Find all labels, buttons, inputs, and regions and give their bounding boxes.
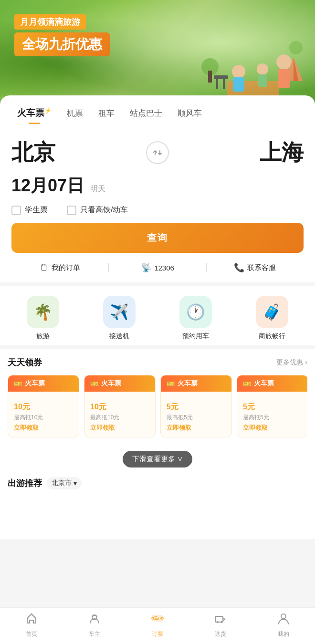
quick-link-12306[interactable]: 📡 12306 <box>109 262 206 273</box>
checkbox-box-highspeed[interactable] <box>67 206 76 215</box>
svg-point-19 <box>161 617 163 619</box>
nav-home[interactable]: 首页 <box>0 612 63 638</box>
coupon-body-1: 10元 最高抵10元 立即领取 <box>8 392 79 437</box>
coupon-amount-2: 10元 <box>90 396 149 412</box>
delivery-icon <box>214 612 227 628</box>
coupon-icon-3: 🎫 <box>167 380 175 387</box>
svg-point-22 <box>220 621 222 623</box>
coupon-claim-1[interactable]: 立即领取 <box>14 424 73 432</box>
coupon-claim-2[interactable]: 立即领取 <box>90 424 149 432</box>
scroll-hint-button[interactable]: 下滑查看更多 ∨ <box>123 451 192 467</box>
checkbox-box-student[interactable] <box>11 206 21 215</box>
coupon-claim-4[interactable]: 立即领取 <box>243 424 302 432</box>
travel-icon: 🌴 <box>33 303 52 321</box>
service-business[interactable]: 🧳 商旅畅行 <box>234 296 310 341</box>
coupon-header-3: 🎫 火车票 <box>161 375 231 392</box>
coupon-body-4: 5元 最高抵5元 立即领取 <box>237 392 307 437</box>
coupon-section: 天天领券 更多优惠 › 🎫 火车票 10元 最高抵10元 立即领取 <box>0 349 315 445</box>
tab-bus[interactable]: 站点巴士 <box>122 105 170 122</box>
bottom-nav: 首页 车主 订票 <box>0 607 315 644</box>
svg-rect-10 <box>223 79 225 89</box>
hero-banner: 月月领滴滴旅游 全场九折优惠 <box>0 0 315 105</box>
car-icon-wrap: 🕐 <box>179 296 212 328</box>
nav-delivery-label: 送货 <box>215 630 226 638</box>
main-card: 火车票⚡ 机票 租车 站点巴士 顺风车 北京 上海 12月07日 明天 学生票 … <box>0 95 315 539</box>
svg-point-6 <box>276 54 292 70</box>
business-icon: 🧳 <box>262 303 282 321</box>
coupon-amount-4: 5元 <box>243 396 302 412</box>
date-sub: 明天 <box>90 185 105 193</box>
business-label: 商旅畅行 <box>259 332 285 341</box>
tab-bar: 火车票⚡ 机票 租车 站点巴士 顺风车 <box>0 95 315 128</box>
quick-link-support[interactable]: 📞 联系客服 <box>207 262 304 273</box>
tab-lightning-icon: ⚡ <box>44 107 52 114</box>
hero-top-text: 月月领滴滴旅游 <box>14 14 86 30</box>
nav-driver-label: 车主 <box>89 630 100 638</box>
coupon-icon-4: 🎫 <box>243 380 251 387</box>
svg-rect-14 <box>208 71 212 83</box>
tickets-icon <box>151 612 164 628</box>
recommend-section: 出游推荐 北京市 ▾ <box>0 469 315 489</box>
airport-label: 接送机 <box>109 332 129 341</box>
nav-delivery[interactable]: 送货 <box>189 612 252 638</box>
coupon-card-4[interactable]: 🎫 火车票 5元 最高抵5元 立即领取 <box>237 375 307 437</box>
tab-carpool[interactable]: 顺风车 <box>170 105 210 122</box>
route-section: 北京 上海 <box>0 128 315 172</box>
recommend-title: 出游推荐 <box>8 478 42 489</box>
coupon-icon-2: 🎫 <box>90 380 98 387</box>
date-main[interactable]: 12月07日 <box>11 176 84 195</box>
coupon-type-4: 火车票 <box>254 379 274 388</box>
home-icon <box>25 612 38 628</box>
coupon-body-2: 10元 最高抵10元 立即领取 <box>84 392 155 437</box>
car-label: 预约用车 <box>182 332 209 341</box>
quick-links: 🗒 我的订单 📡 12306 📞 联系客服 <box>0 262 315 286</box>
student-ticket-checkbox[interactable]: 学生票 <box>11 205 48 215</box>
coupon-claim-3[interactable]: 立即领取 <box>167 424 226 432</box>
coupon-more-link[interactable]: 更多优惠 › <box>276 358 307 367</box>
svg-point-2 <box>232 65 245 78</box>
recommend-header: 出游推荐 北京市 ▾ <box>8 477 307 489</box>
airport-icon: ✈️ <box>110 303 129 321</box>
hero-text-block: 月月领滴滴旅游 全场九折优惠 <box>14 14 110 56</box>
coupon-header-4: 🎫 火车票 <box>237 375 307 392</box>
radio-icon: 📡 <box>141 262 151 273</box>
service-travel[interactable]: 🌴 旅游 <box>5 296 81 341</box>
svg-point-23 <box>281 614 286 619</box>
origin-city[interactable]: 北京 <box>11 138 146 167</box>
search-button[interactable]: 查询 <box>11 223 304 253</box>
coupon-desc-4: 最高抵5元 <box>243 414 302 422</box>
nav-profile[interactable]: 我的 <box>252 612 315 638</box>
coupon-card-3[interactable]: 🎫 火车票 5元 最高抵5元 立即领取 <box>160 375 232 437</box>
quick-link-orders[interactable]: 🗒 我的订单 <box>11 263 108 273</box>
driver-icon <box>88 612 101 628</box>
tab-flight[interactable]: 机票 <box>59 105 91 122</box>
service-car[interactable]: 🕐 预约用车 <box>158 296 234 341</box>
car-icon: 🕐 <box>186 303 205 321</box>
swap-button[interactable] <box>146 141 169 164</box>
svg-point-18 <box>152 617 154 619</box>
nav-driver[interactable]: 车主 <box>63 612 126 638</box>
scroll-hint: 下滑查看更多 ∨ <box>0 445 315 469</box>
phone-icon: 📞 <box>234 262 244 273</box>
svg-rect-8 <box>214 75 228 79</box>
svg-rect-5 <box>258 74 267 87</box>
service-airport[interactable]: ✈️ 接送机 <box>81 296 158 341</box>
date-section[interactable]: 12月07日 明天 <box>0 172 315 205</box>
tab-train[interactable]: 火车票⚡ <box>10 104 59 122</box>
coupon-card-1[interactable]: 🎫 火车票 10元 最高抵10元 立即领取 <box>8 375 79 437</box>
orders-icon: 🗒 <box>40 263 49 273</box>
checkbox-row: 学生票 只看高铁/动车 <box>0 205 315 223</box>
coupon-type-3: 火车票 <box>178 379 198 388</box>
airport-icon-wrap: ✈️ <box>103 296 136 328</box>
nav-tickets[interactable]: 订票 <box>126 612 189 638</box>
coupon-header-1: 🎫 火车票 <box>8 375 79 392</box>
coupon-icon-1: 🎫 <box>14 380 22 387</box>
coupon-card-2[interactable]: 🎫 火车票 10元 最高抵10元 立即领取 <box>84 375 156 437</box>
coupon-title: 天天领券 <box>8 357 42 368</box>
coupon-type-2: 火车票 <box>101 379 121 388</box>
svg-rect-9 <box>216 79 218 89</box>
destination-city[interactable]: 上海 <box>169 138 304 167</box>
tab-rental[interactable]: 租车 <box>91 105 122 122</box>
city-selector[interactable]: 北京市 ▾ <box>47 477 82 489</box>
highspeed-only-checkbox[interactable]: 只看高铁/动车 <box>67 205 128 215</box>
